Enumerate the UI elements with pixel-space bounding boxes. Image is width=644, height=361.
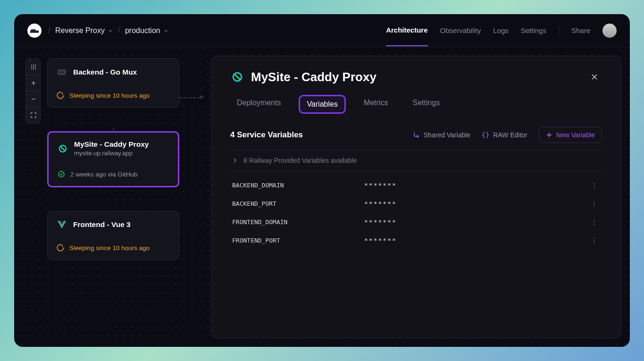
zoom-out-button[interactable] bbox=[26, 91, 41, 107]
chevron-down-icon bbox=[163, 28, 169, 34]
variable-row[interactable]: FRONTEND_PORT ******* ⋮ bbox=[230, 231, 602, 250]
sleeping-icon bbox=[56, 243, 65, 252]
nav: Architecture Observability Logs Settings… bbox=[386, 24, 617, 38]
variable-row[interactable]: BACKEND_PORT ******* ⋮ bbox=[230, 194, 602, 213]
close-icon bbox=[591, 73, 598, 81]
chevron-down-icon bbox=[108, 28, 113, 34]
variable-value: ******* bbox=[364, 200, 397, 207]
new-variable-button[interactable]: New Variable bbox=[539, 127, 602, 143]
service-card-caddy[interactable]: MySite - Caddy Proxy mysite.up.railway.a… bbox=[47, 131, 179, 187]
arrow-down-right-icon bbox=[412, 131, 420, 139]
variable-key: BACKEND_PORT bbox=[232, 200, 364, 207]
go-icon bbox=[56, 67, 67, 78]
breadcrumb-project[interactable]: Reverse Proxy bbox=[55, 26, 113, 35]
variable-key: FRONTEND_DOMAIN bbox=[232, 218, 364, 226]
svg-point-2 bbox=[35, 64, 36, 65]
breadcrumb-env[interactable]: production bbox=[125, 26, 169, 35]
variable-value: ******* bbox=[364, 237, 397, 244]
panel-title: MySite - Caddy Proxy bbox=[251, 70, 376, 84]
nav-logs[interactable]: Logs bbox=[493, 26, 509, 46]
braces-icon bbox=[482, 131, 489, 139]
svg-point-10 bbox=[60, 72, 61, 73]
variable-value: ******* bbox=[364, 218, 397, 226]
nav-architecture[interactable]: Architecture bbox=[386, 26, 427, 46]
row-menu-button[interactable]: ⋮ bbox=[588, 182, 600, 189]
variable-row[interactable]: FRONTEND_DOMAIN ******* ⋮ bbox=[230, 213, 602, 231]
tab-variables[interactable]: Variables bbox=[299, 95, 346, 114]
variables-table: BACKEND_DOMAIN ******* ⋮ BACKEND_PORT **… bbox=[230, 176, 602, 250]
chevron-right-icon bbox=[232, 158, 238, 163]
service-card-frontend[interactable]: Frontend - Vue 3 Sleeping since 10 hours… bbox=[47, 211, 179, 260]
zoom-in-button[interactable] bbox=[26, 75, 41, 91]
breadcrumb-project-label: Reverse Proxy bbox=[55, 26, 105, 35]
railway-logo[interactable] bbox=[27, 24, 42, 38]
raw-editor-label: RAW Editor bbox=[493, 131, 527, 139]
vue-icon bbox=[56, 219, 67, 230]
variables-count-label: 4 Service Variables bbox=[230, 130, 303, 140]
new-variable-label: New Variable bbox=[556, 131, 595, 139]
service-card-backend[interactable]: Backend - Go Mux Sleeping since 10 hours… bbox=[47, 59, 179, 108]
variable-value: ******* bbox=[364, 182, 397, 189]
svg-point-4 bbox=[33, 66, 34, 67]
tab-metrics[interactable]: Metrics bbox=[357, 95, 395, 114]
variable-key: BACKEND_DOMAIN bbox=[232, 182, 364, 189]
canvas: Backend - Go Mux Sleeping since 10 hours… bbox=[47, 59, 179, 284]
nav-share[interactable]: Share bbox=[571, 26, 590, 46]
service-name: Backend - Go Mux bbox=[73, 68, 137, 76]
service-status-text: 2 weeks ago via GitHub bbox=[70, 171, 138, 178]
svg-point-1 bbox=[33, 64, 34, 65]
shared-variable-link[interactable]: Shared Variable bbox=[412, 131, 470, 139]
svg-point-7 bbox=[33, 68, 34, 69]
topbar: / Reverse Proxy / production Architectur… bbox=[14, 14, 630, 47]
grid-toggle-button[interactable] bbox=[26, 59, 41, 75]
variable-row[interactable]: BACKEND_DOMAIN ******* ⋮ bbox=[230, 176, 602, 194]
service-domain: mysite.up.railway.app bbox=[74, 150, 149, 157]
row-menu-button[interactable]: ⋮ bbox=[588, 218, 600, 226]
avatar[interactable] bbox=[602, 24, 617, 38]
caddy-icon bbox=[230, 70, 244, 84]
check-circle-icon bbox=[57, 170, 66, 178]
svg-point-13 bbox=[59, 171, 64, 177]
svg-point-0 bbox=[31, 64, 32, 65]
tab-settings[interactable]: Settings bbox=[406, 95, 446, 114]
workspace: Backend - Go Mux Sleeping since 10 hours… bbox=[14, 47, 630, 347]
svg-point-8 bbox=[35, 68, 36, 69]
service-name: Frontend - Vue 3 bbox=[73, 220, 131, 229]
connector-arrow bbox=[179, 97, 201, 98]
caddy-icon bbox=[57, 143, 68, 154]
fit-view-button[interactable] bbox=[26, 107, 41, 123]
breadcrumb-separator: / bbox=[118, 25, 120, 35]
tab-deployments[interactable]: Deployments bbox=[230, 95, 287, 114]
raw-editor-link[interactable]: RAW Editor bbox=[482, 131, 527, 139]
svg-point-5 bbox=[35, 66, 36, 67]
close-button[interactable] bbox=[587, 69, 602, 84]
breadcrumb: / Reverse Proxy / production bbox=[48, 25, 169, 35]
breadcrumb-separator: / bbox=[48, 25, 50, 35]
service-status-text: Sleeping since 10 hours ago bbox=[69, 92, 150, 99]
sleeping-icon bbox=[56, 91, 65, 100]
nav-separator bbox=[559, 25, 559, 36]
app-window: / Reverse Proxy / production Architectur… bbox=[14, 14, 630, 347]
provided-variables-toggle[interactable]: 8 Railway Provided Variables available bbox=[230, 150, 602, 171]
breadcrumb-env-label: production bbox=[125, 26, 160, 35]
row-menu-button[interactable]: ⋮ bbox=[588, 237, 600, 244]
plus-icon bbox=[546, 132, 552, 138]
nav-observability[interactable]: Observability bbox=[440, 26, 481, 46]
shared-variable-label: Shared Variable bbox=[424, 131, 470, 139]
svg-point-6 bbox=[31, 68, 32, 69]
provided-variables-label: 8 Railway Provided Variables available bbox=[243, 157, 357, 164]
service-name: MySite - Caddy Proxy bbox=[74, 140, 149, 149]
svg-point-3 bbox=[31, 66, 32, 67]
row-menu-button[interactable]: ⋮ bbox=[588, 200, 600, 207]
service-status-text: Sleeping since 10 hours ago bbox=[69, 244, 150, 252]
service-panel: MySite - Caddy Proxy Deployments Variabl… bbox=[211, 56, 621, 338]
canvas-toolbox bbox=[25, 59, 41, 124]
variable-key: FRONTEND_PORT bbox=[232, 237, 364, 244]
nav-settings[interactable]: Settings bbox=[521, 26, 546, 46]
panel-tabs: Deployments Variables Metrics Settings bbox=[230, 95, 602, 114]
svg-rect-9 bbox=[58, 69, 66, 75]
svg-point-11 bbox=[63, 72, 64, 73]
